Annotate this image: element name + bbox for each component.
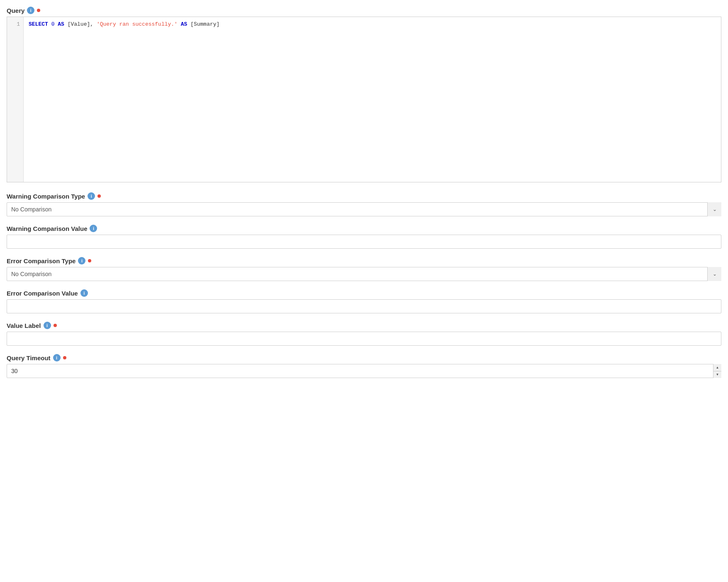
- error-comparison-type-select[interactable]: No Comparison Greater Than Less Than Equ…: [7, 267, 721, 281]
- query-timeout-section: Query Timeout i ▲ ▼: [7, 354, 721, 378]
- error-comparison-type-label: Error Comparison Type i: [7, 257, 721, 264]
- query-timeout-decrement[interactable]: ▼: [713, 371, 721, 378]
- warning-comparison-value-label: Warning Comparison Value i: [7, 225, 721, 232]
- warning-comparison-type-section: Warning Comparison Type i No Comparison …: [7, 192, 721, 216]
- error-comparison-type-required-dot: [88, 259, 91, 262]
- keyword-as-2: AS: [181, 21, 187, 27]
- warning-comparison-type-wrapper: No Comparison Greater Than Less Than Equ…: [7, 202, 721, 216]
- error-comparison-type-info-icon[interactable]: i: [78, 257, 85, 264]
- error-comparison-value-title: Error Comparison Value: [7, 290, 78, 297]
- value-label-label: Value Label i: [7, 322, 721, 329]
- value-label-info-icon[interactable]: i: [44, 322, 51, 329]
- warning-comparison-type-info-icon[interactable]: i: [88, 192, 95, 200]
- value-label-title: Value Label: [7, 322, 41, 329]
- value-label-section: Value Label i: [7, 322, 721, 346]
- query-section: Query i 1 SELECT 0 AS [Value], 'Query ra…: [7, 7, 721, 182]
- keyword-as-1: AS: [58, 21, 64, 27]
- code-string-1: 'Query ran successfully.': [97, 21, 178, 27]
- query-timeout-info-icon[interactable]: i: [53, 354, 61, 361]
- keyword-select: SELECT: [29, 21, 48, 27]
- value-label-input[interactable]: [7, 332, 721, 346]
- query-timeout-increment[interactable]: ▲: [713, 364, 721, 371]
- warning-comparison-type-select[interactable]: No Comparison Greater Than Less Than Equ…: [7, 202, 721, 216]
- query-info-icon[interactable]: i: [27, 7, 34, 14]
- error-comparison-value-input[interactable]: [7, 299, 721, 313]
- value-label-required-dot: [54, 324, 57, 327]
- code-value: [Value],: [68, 21, 97, 27]
- warning-comparison-value-section: Warning Comparison Value i: [7, 225, 721, 249]
- error-comparison-value-label: Error Comparison Value i: [7, 289, 721, 297]
- query-timeout-required-dot: [63, 356, 66, 359]
- query-timeout-input[interactable]: [7, 364, 721, 378]
- warning-comparison-value-info-icon[interactable]: i: [90, 225, 97, 232]
- warning-comparison-type-label: Warning Comparison Type i: [7, 192, 721, 200]
- code-summary: [Summary]: [190, 21, 219, 27]
- code-zero: 0: [51, 21, 58, 27]
- warning-comparison-type-required-dot: [97, 194, 101, 198]
- warning-comparison-type-title: Warning Comparison Type: [7, 193, 85, 200]
- code-area[interactable]: SELECT 0 AS [Value], 'Query ran successf…: [24, 17, 721, 182]
- error-comparison-value-section: Error Comparison Value i: [7, 289, 721, 313]
- query-timeout-wrapper: ▲ ▼: [7, 364, 721, 378]
- line-numbers: 1: [7, 17, 24, 182]
- query-timeout-title: Query Timeout: [7, 354, 51, 361]
- query-label: Query i: [7, 7, 721, 14]
- error-comparison-type-section: Error Comparison Type i No Comparison Gr…: [7, 257, 721, 281]
- error-comparison-value-info-icon[interactable]: i: [80, 289, 88, 297]
- query-title: Query: [7, 7, 24, 14]
- query-required-dot: [37, 9, 40, 12]
- query-editor[interactable]: 1 SELECT 0 AS [Value], 'Query ran succes…: [7, 17, 721, 182]
- warning-comparison-value-title: Warning Comparison Value: [7, 225, 87, 232]
- query-timeout-label: Query Timeout i: [7, 354, 721, 361]
- warning-comparison-value-input[interactable]: [7, 235, 721, 249]
- error-comparison-type-wrapper: No Comparison Greater Than Less Than Equ…: [7, 267, 721, 281]
- error-comparison-type-title: Error Comparison Type: [7, 257, 75, 264]
- query-timeout-spinners: ▲ ▼: [713, 364, 721, 378]
- line-number-1: 1: [7, 20, 23, 29]
